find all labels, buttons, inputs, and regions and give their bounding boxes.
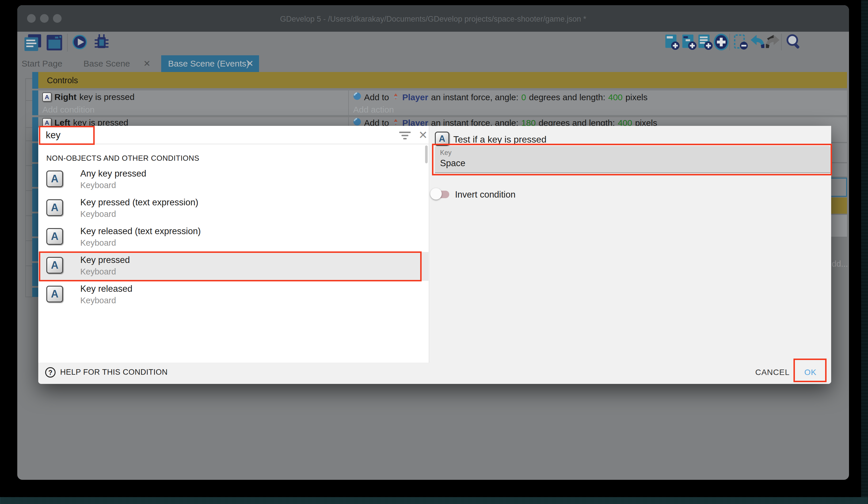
list-item[interactable]: A Key released (text expression) Keyboar…	[38, 223, 428, 252]
redo-icon[interactable]	[765, 33, 782, 51]
play-preview-icon[interactable]	[72, 34, 87, 51]
tabbar: Start Page Base Scene ✕ Base Scene (Even…	[17, 55, 849, 72]
event-row[interactable]: A Right key is pressed Add condition Add…	[38, 90, 847, 116]
action-text[interactable]: Add to Player an instant force, angle: 0…	[353, 92, 648, 102]
event-indent-bar	[32, 263, 38, 286]
keyboard-key-icon: A	[46, 199, 63, 216]
keyboard-key-icon: A	[46, 228, 63, 245]
search-icon[interactable]	[785, 32, 802, 52]
tab-close-icon[interactable]: ✕	[143, 55, 151, 72]
toolbar-separator	[729, 34, 730, 50]
cancel-button[interactable]: CANCEL	[754, 367, 791, 378]
keyboard-key-icon: A	[46, 286, 63, 302]
event-tree-line	[25, 78, 26, 297]
tab-base-scene-events[interactable]: Base Scene (Events) ✕	[161, 55, 259, 72]
help-link[interactable]: HELP FOR THIS CONDITION	[60, 368, 168, 377]
event-indent-bar	[32, 238, 38, 261]
event-tree-tick	[25, 100, 32, 101]
event-tree-tick	[25, 190, 32, 191]
event-tree-tick	[25, 241, 32, 241]
add-action-link[interactable]: Add action	[353, 105, 394, 115]
search-input[interactable]	[45, 128, 376, 142]
project-manager-icon[interactable]	[24, 34, 42, 53]
filter-icon[interactable]	[399, 132, 411, 140]
help-icon[interactable]: ?	[45, 367, 55, 377]
condition-action-divider	[348, 90, 349, 115]
list-scrollbar[interactable]	[425, 145, 428, 163]
event-indent-bar	[32, 213, 38, 236]
clear-search-icon[interactable]: ✕	[416, 128, 430, 143]
event-indent-bar	[32, 72, 38, 89]
list-item[interactable]: A Key released Keyboard	[38, 281, 428, 310]
tab-start-page[interactable]: Start Page	[22, 55, 62, 72]
window-title: GDevelop 5 - /Users/dkarakay/Documents/G…	[17, 5, 849, 32]
annotation-key-field	[432, 144, 832, 175]
toggle-knob[interactable]	[430, 188, 442, 200]
event-tree-tick	[25, 127, 32, 128]
force-icon	[353, 92, 361, 102]
desktop-edge-right	[861, 0, 868, 504]
undo-icon[interactable]	[749, 33, 766, 51]
keyboard-key-icon: A	[42, 92, 52, 102]
screen: GDevelop 5 - /Users/dkarakay/Documents/G…	[0, 0, 868, 504]
comment-row[interactable]: Controls	[38, 72, 847, 89]
toolbar-separator	[781, 34, 782, 50]
truncated-add-link: dd...	[832, 259, 848, 269]
add-event-icon[interactable]	[664, 34, 680, 52]
delete-event-icon[interactable]	[733, 34, 748, 52]
event-indent-bar	[32, 164, 38, 187]
annotation-search-box	[39, 126, 95, 145]
event-indent-bar	[32, 117, 38, 141]
desktop-edge-bottom	[0, 497, 868, 504]
tab-base-scene[interactable]: Base Scene	[83, 55, 130, 72]
keyboard-key-icon: A	[46, 171, 63, 187]
scene-editor-icon[interactable]	[46, 34, 63, 52]
list-item[interactable]: A Any key pressed Keyboard	[38, 165, 428, 194]
add-subevent-icon[interactable]	[681, 34, 697, 52]
tab-close-icon[interactable]: ✕	[246, 55, 254, 72]
invert-condition-label: Invert condition	[455, 190, 515, 200]
event-indent-bar	[32, 288, 38, 297]
annotation-key-pressed-item	[39, 251, 422, 281]
event-tree-tick	[25, 78, 32, 79]
event-tree-tick	[25, 296, 32, 297]
add-condition-link[interactable]: Add condition	[42, 105, 95, 115]
player-object-icon	[392, 92, 400, 102]
list-item[interactable]: A Key pressed (text expression) Keyboard	[38, 194, 428, 223]
debug-icon[interactable]	[93, 34, 110, 52]
condition-text[interactable]: A Right key is pressed	[42, 92, 134, 102]
titlebar: GDevelop 5 - /Users/dkarakay/Documents/G…	[17, 5, 849, 32]
condition-search-bar: ✕	[38, 126, 428, 144]
condition-editor-dialog: ✕ NON-OBJECTS AND OTHER CONDITIONS A Any…	[38, 126, 831, 384]
event-tree-tick	[25, 165, 32, 166]
list-section-header: NON-OBJECTS AND OTHER CONDITIONS	[46, 154, 199, 163]
event-tree-tick	[25, 215, 32, 216]
event-indent-bar	[32, 143, 38, 162]
add-comment-icon[interactable]	[698, 34, 713, 52]
toolbar-separator	[67, 34, 68, 52]
event-tree-tick	[25, 141, 32, 141]
event-tree-tick	[25, 265, 32, 266]
panel-divider	[429, 126, 430, 363]
event-indent-bar	[32, 90, 38, 115]
annotation-ok-button	[794, 359, 827, 382]
event-indent-bar	[32, 189, 38, 212]
comment-text: Controls	[47, 72, 78, 89]
add-icon[interactable]	[713, 33, 729, 52]
condition-title: Test if a key is pressed	[453, 134, 547, 145]
